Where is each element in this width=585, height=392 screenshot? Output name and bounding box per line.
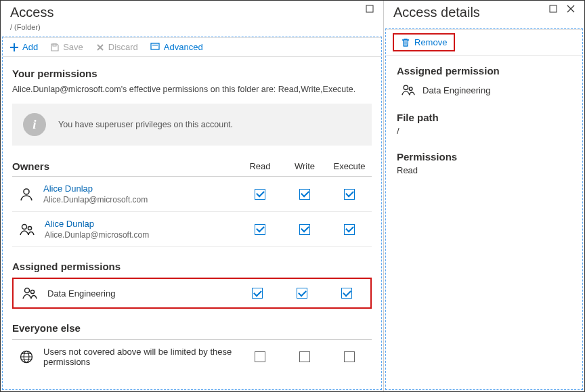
owner-email: Alice.Dunlap@microsoft.com	[43, 195, 148, 204]
assigned-permission-label: Assigned permission	[397, 65, 571, 77]
checkbox-execute[interactable]	[344, 189, 355, 200]
group-icon	[401, 83, 416, 97]
col-read: Read	[238, 161, 282, 171]
owner-name[interactable]: Alice Dunlap	[45, 219, 149, 229]
checkbox-write[interactable]	[299, 224, 310, 235]
person-icon	[19, 187, 34, 202]
checkbox-write[interactable]	[299, 351, 310, 362]
save-button[interactable]: Save	[50, 42, 83, 52]
svg-rect-2	[151, 43, 159, 49]
your-permissions-desc: Alice.Dunlap@microsoft.com's effective p…	[12, 85, 372, 94]
col-write: Write	[282, 161, 327, 171]
checkbox-read[interactable]	[255, 351, 265, 362]
everyone-else-title: Everyone else	[12, 322, 372, 334]
access-content: Your permissions Alice.Dunlap@microsoft.…	[3, 57, 381, 389]
remove-button[interactable]: Remove	[393, 33, 455, 51]
checkbox-write[interactable]	[297, 288, 307, 299]
details-panel: Access details Remove Assigned permissio…	[384, 1, 584, 391]
checkbox-read[interactable]	[252, 288, 263, 299]
trash-icon	[401, 38, 410, 47]
checkbox-execute[interactable]	[341, 288, 352, 299]
permissions-label: Permissions	[397, 151, 571, 162]
group-icon	[22, 286, 38, 301]
group-icon	[19, 222, 35, 237]
svg-point-7	[25, 288, 30, 293]
details-toolbar: Remove	[386, 29, 582, 56]
svg-rect-1	[53, 44, 56, 46]
svg-point-5	[22, 224, 27, 229]
col-owners: Owners	[12, 160, 238, 172]
details-content: Assigned permission Data Engineering Fil…	[386, 56, 582, 185]
advanced-icon	[150, 42, 160, 52]
toolbar: Add Save Discard Advanced	[3, 37, 381, 57]
globe-icon	[19, 349, 34, 364]
info-icon: i	[23, 113, 46, 136]
owner-name-block: Alice Dunlap Alice.Dunlap@microsoft.com	[43, 183, 148, 204]
assigned-permission-name: Data Engineering	[422, 85, 490, 95]
checkbox-read[interactable]	[255, 189, 265, 200]
window-controls-left	[366, 5, 374, 15]
access-subtitle: / (Folder)	[1, 23, 383, 35]
assigned-highlight: Data Engineering	[12, 278, 372, 309]
everyone-text: Users not covered above will be limited …	[43, 347, 233, 367]
maximize-icon[interactable]	[366, 5, 374, 15]
assigned-permission-row: Data Engineering	[397, 83, 571, 97]
owners-header: Owners Read Write Execute	[12, 160, 372, 177]
checkbox-read[interactable]	[255, 224, 265, 235]
everyone-block: Users not covered above will be limited …	[12, 339, 372, 374]
access-title: Access	[10, 5, 53, 20]
svg-rect-0	[366, 5, 373, 12]
your-permissions-title: Your permissions	[12, 68, 372, 79]
svg-point-8	[30, 290, 34, 293]
add-button[interactable]: Add	[9, 42, 38, 52]
assigned-name: Data Engineering	[47, 288, 115, 299]
details-header: Access details	[384, 1, 584, 23]
owners-table: Owners Read Write Execute Alice Dunlap	[12, 160, 372, 247]
app-root: Access / (Folder) Add Save	[0, 0, 585, 392]
everyone-row: Users not covered above will be limited …	[12, 340, 372, 374]
svg-point-13	[409, 87, 412, 91]
owner-name[interactable]: Alice Dunlap	[43, 183, 148, 194]
checkbox-execute[interactable]	[344, 351, 355, 362]
svg-rect-3	[152, 45, 158, 45]
advanced-button[interactable]: Advanced	[150, 42, 203, 52]
assigned-permissions-title: Assigned permissions	[12, 261, 372, 272]
owner-row: Alice Dunlap Alice.Dunlap@microsoft.com	[12, 212, 372, 247]
plus-icon	[9, 43, 19, 52]
assigned-row[interactable]: Data Engineering	[15, 280, 369, 306]
svg-point-12	[404, 85, 408, 89]
filepath-value: /	[397, 126, 571, 136]
svg-point-4	[24, 189, 29, 194]
details-inner: Remove Assigned permission Data Engineer…	[385, 28, 583, 390]
filepath-label: File path	[397, 112, 571, 123]
access-inner: Add Save Discard Advanced Your permissio…	[2, 37, 382, 390]
window-controls-right	[549, 5, 575, 15]
svg-point-6	[28, 226, 31, 230]
x-icon	[95, 43, 105, 52]
col-execute: Execute	[327, 161, 372, 171]
checkbox-write[interactable]	[299, 189, 310, 200]
access-panel: Access / (Folder) Add Save	[1, 1, 384, 391]
owner-email: Alice.Dunlap@microsoft.com	[45, 230, 149, 240]
info-text: You have superuser privileges on this ac…	[58, 120, 233, 129]
save-icon	[50, 43, 60, 52]
info-banner: i You have superuser privileges on this …	[12, 104, 372, 146]
owner-row: Alice Dunlap Alice.Dunlap@microsoft.com	[12, 177, 372, 212]
svg-rect-11	[550, 5, 557, 12]
maximize-icon[interactable]	[549, 5, 557, 15]
permissions-value: Read	[397, 165, 571, 175]
owner-name-block: Alice Dunlap Alice.Dunlap@microsoft.com	[45, 219, 149, 240]
discard-button[interactable]: Discard	[95, 42, 138, 52]
access-header: Access	[1, 1, 383, 23]
close-icon[interactable]	[567, 5, 575, 15]
details-title: Access details	[393, 5, 480, 20]
checkbox-execute[interactable]	[344, 224, 355, 235]
